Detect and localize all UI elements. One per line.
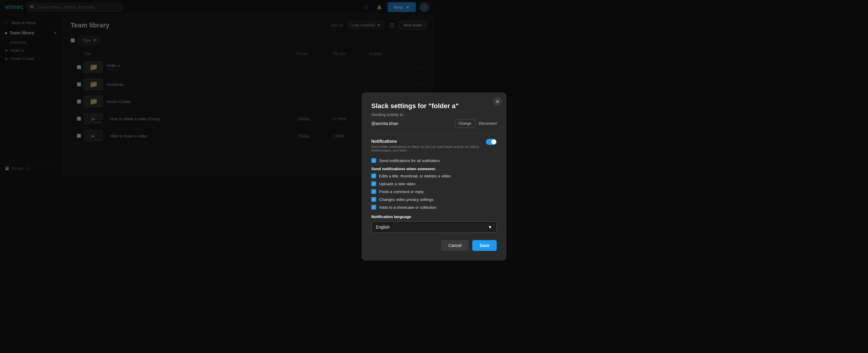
subfolders-checkbox-item: Send notifications for all subfolders — [371, 158, 434, 163]
modal-overlay[interactable]: ✕ Slack settings for "folder a" Sending … — [0, 0, 434, 176]
sending-row: @asmita.khan Change Disconnect — [371, 119, 434, 128]
checkbox-item-0: Edits a title, thumbnail, or deletes a v… — [371, 173, 434, 176]
notifications-toggle-row: Notifications Send folder notifications … — [371, 139, 434, 156]
notifications-desc: Send folder notifications to Slack so yo… — [371, 145, 434, 152]
divider — [371, 134, 434, 134]
checkbox-label-0[interactable]: Edits a title, thumbnail, or deletes a v… — [379, 174, 434, 177]
notifications-title: Notifications — [371, 139, 434, 144]
sending-value: @asmita.khan — [371, 121, 434, 126]
subfolders-label[interactable]: Send notifications for all subfolders — [379, 158, 434, 163]
checkbox-edits[interactable] — [371, 173, 376, 176]
sending-label: Sending activity to: — [371, 113, 434, 117]
slack-settings-modal: ✕ Slack settings for "folder a" Sending … — [362, 93, 434, 176]
modal-title: Slack settings for "folder a" — [371, 102, 434, 110]
subfolders-checkbox[interactable] — [371, 158, 376, 163]
when-someone-label: Send notifications when someone: — [371, 166, 434, 171]
